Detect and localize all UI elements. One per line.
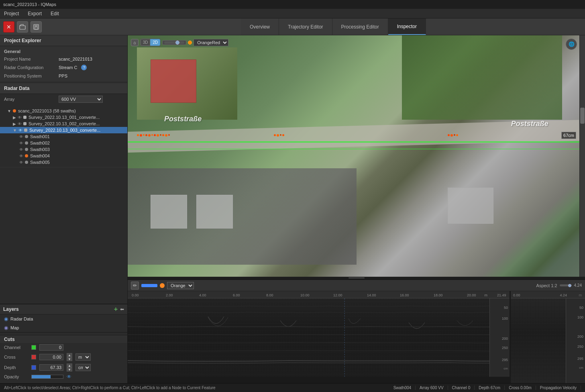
secondary-scan-content: 50 100 200 250 295 cm	[511, 298, 585, 383]
color-bar	[141, 284, 157, 287]
general-section-label: General	[0, 48, 127, 55]
positioning-row: Positioning System PPS	[0, 72, 127, 80]
aspect-slider[interactable]	[560, 284, 572, 286]
menu-edit[interactable]: Edit	[49, 10, 61, 17]
save-button[interactable]	[31, 21, 42, 33]
secondary-depth-ruler: 50 100 200 250 295 cm	[566, 298, 585, 383]
depth-row: Depth ▲ ▼ cm	[0, 362, 127, 373]
cross-spinner[interactable]: ▲ ▼	[67, 353, 72, 361]
map-layer-icon: ◉	[4, 325, 8, 331]
status-bar: Alt+LeftClick to select/deselect Areas; …	[0, 383, 585, 392]
scan-image: 50 100 200 250 295 cm	[128, 298, 510, 377]
zoom-slider[interactable]	[164, 41, 184, 44]
status-propagation: Propagation Velocity	[536, 386, 581, 390]
scan-panels: 0.00 2.00 4.00 6.00 8.00 10.00 12.00 14.…	[128, 291, 585, 383]
tree-survey3[interactable]: ▼ 👁 Survey_2022.10.13_003_converte...	[0, 127, 127, 133]
home-button[interactable]: ⌂	[131, 39, 139, 46]
status-swath: Swath004	[389, 386, 416, 390]
status-message: Alt+LeftClick to select/deselect Areas; …	[4, 386, 389, 390]
scan-main-panel[interactable]: 0.00 2.00 4.00 6.00 8.00 10.00 12.00 14.…	[128, 291, 511, 383]
aspect-label: Aspect 1:2	[536, 283, 557, 288]
map-scrollbar-thumb[interactable]	[580, 108, 585, 124]
cross-unit-select[interactable]: m	[75, 353, 91, 361]
map-scrollbar[interactable]	[579, 35, 585, 277]
tab-inspector[interactable]: Inspector	[388, 18, 426, 35]
content-area: Poststraße Poststraße 67cm ⌂ 3D 2D	[128, 35, 585, 383]
bottom-color-select[interactable]: Orange	[167, 282, 194, 289]
map-controls: ⌂ 3D 2D Orang	[131, 39, 228, 46]
depth-unit-select[interactable]: cm	[75, 364, 91, 371]
opacity-row: Opacity 👁	[0, 373, 127, 381]
status-array: Array 600 VV	[416, 386, 448, 390]
cross-input[interactable]	[39, 354, 63, 360]
array-row: Array 600 VV	[0, 94, 127, 104]
tree-swath5[interactable]: 👁 Swath005	[0, 159, 127, 165]
bottom-panel: ✏ Orange Aspect 1:2 4.24	[128, 279, 585, 383]
cross-row: Cross ▲ ▼ m	[0, 352, 127, 362]
aspect-value: 4.24	[574, 283, 582, 288]
svg-rect-2	[35, 24, 38, 27]
color-scheme-select[interactable]: OrangeRed	[194, 39, 228, 46]
tree-swath1[interactable]: 👁 Swath001	[0, 133, 127, 140]
depth-input[interactable]	[39, 364, 63, 371]
depth-spinner[interactable]: ▲ ▼	[67, 363, 72, 372]
tree-swath3[interactable]: 👁 Swath003	[0, 146, 127, 153]
opacity-eye-toggle[interactable]: 👁	[67, 374, 71, 380]
opacity-slider[interactable]	[31, 375, 63, 379]
svg-rect-0	[20, 26, 25, 29]
tree-swath4[interactable]: 👁 Swath004	[0, 153, 127, 159]
channel-input[interactable]	[39, 344, 63, 351]
menu-bar: Project Export Edit	[0, 9, 585, 18]
bottom-toolbar: ✏ Orange Aspect 1:2 4.24	[128, 280, 585, 291]
open-button[interactable]	[17, 21, 28, 33]
file-tree: ▼ scanc_20221013 (58 swaths) ▶ 👁 Survey_…	[0, 106, 127, 304]
pencil-button[interactable]: ✏	[131, 282, 139, 290]
status-depth: Depth 67cm	[475, 386, 505, 390]
radar-config-row: Radar Configuration Stream C ?	[0, 63, 127, 72]
tree-root[interactable]: ▼ scanc_20221013 (58 swaths)	[0, 108, 127, 114]
cross-color	[31, 355, 36, 359]
depth-color	[31, 365, 36, 370]
radar-data-header: Radar Data	[0, 83, 127, 94]
layers-header: Layers	[3, 306, 19, 312]
view-2d-button[interactable]: 2D	[150, 39, 160, 46]
cuts-section: Cuts Channel Cross ▲ ▼ m Depth	[0, 332, 127, 383]
cuts-header: Cuts	[0, 335, 127, 343]
tree-swath2[interactable]: 👁 Swath002	[0, 140, 127, 146]
tab-overview[interactable]: Overview	[241, 18, 279, 35]
map-area[interactable]: Poststraße Poststraße 67cm ⌂ 3D 2D	[128, 35, 585, 277]
globe-button[interactable]: 🌐	[566, 39, 577, 50]
project-explorer-header: Project Explorer	[0, 35, 127, 46]
info-icon[interactable]: ?	[81, 65, 87, 70]
tree-survey1[interactable]: ▶ 👁 Survey_2022.10.13_001_converte...	[0, 114, 127, 120]
depth-ruler: 50 100 200 250 295 cm	[489, 298, 510, 377]
tree-survey2[interactable]: ▶ 👁 Survey_2022.10.13_002_converte...	[0, 120, 127, 127]
svg-rect-3	[35, 27, 37, 29]
layer-radar-data[interactable]: ◉ Radar Data	[0, 314, 127, 323]
map-background: Poststraße Poststraße 67cm ⌂ 3D 2D	[128, 35, 585, 277]
status-channel: Channel 0	[448, 386, 475, 390]
layer-map[interactable]: ◉ Map	[0, 323, 127, 332]
close-button[interactable]: ✕	[3, 21, 14, 33]
layers-arrow-icon[interactable]: ⬅	[120, 306, 124, 312]
array-select[interactable]: 600 VV	[59, 96, 103, 103]
scan-content: 50 100 200 250 295 cm	[128, 298, 510, 377]
channel-color	[31, 345, 36, 350]
layers-add-button[interactable]: +	[114, 306, 118, 313]
radar-waves	[128, 298, 510, 377]
menu-export[interactable]: Export	[26, 10, 43, 17]
title-text: scanc_20221013 - IQMaps	[3, 2, 56, 7]
tab-trajectory-editor[interactable]: Trajectory Editor	[279, 18, 332, 35]
orange-dot-indicator	[160, 283, 165, 288]
channel-row: Channel	[0, 343, 127, 352]
scan-secondary-panel[interactable]: 0.00 4.24 m 50 100 200 250 295	[511, 291, 585, 383]
main-layout: Project Explorer General Project Name sc…	[0, 35, 585, 383]
layers-section: Layers + ⬅ ◉ Radar Data ◉ Map	[0, 304, 127, 332]
title-bar: scanc_20221013 - IQMaps	[0, 0, 585, 9]
secondary-scan-image: 50 100 200 250 295 cm	[511, 298, 585, 383]
tab-processing-editor[interactable]: Processing Editor	[332, 18, 388, 35]
secondary-ruler: 0.00 4.24 m	[511, 291, 585, 298]
view-3d-button[interactable]: 3D	[141, 39, 151, 46]
distance-label: 67cm	[561, 132, 576, 139]
menu-project[interactable]: Project	[2, 10, 20, 17]
